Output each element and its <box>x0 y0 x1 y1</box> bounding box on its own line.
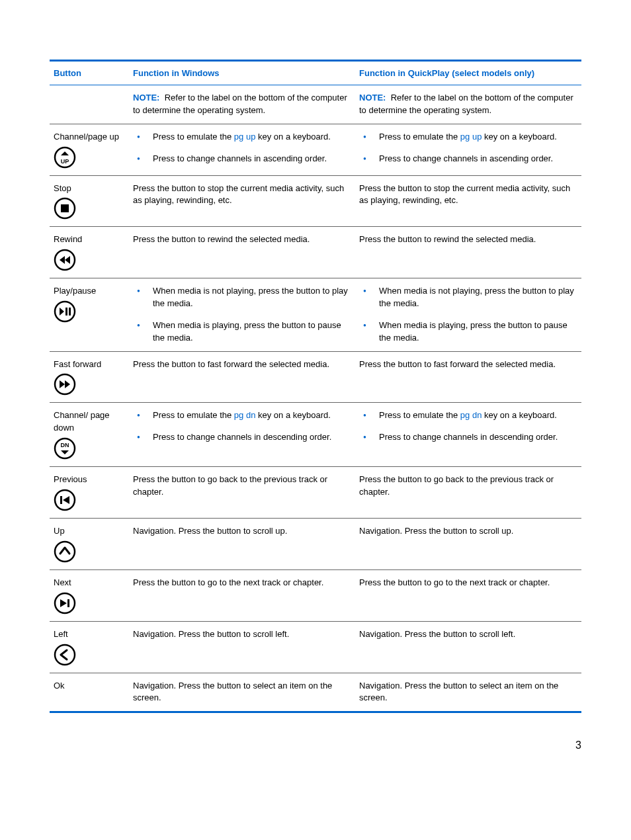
row-play-pause: Play/pause When media is not playing, pr… <box>50 278 581 351</box>
row-stop: Stop Press the button to stop the curren… <box>50 175 581 227</box>
note-text: Refer to the label on the bottom of the … <box>359 93 573 115</box>
note-label: NOTE: <box>133 93 159 103</box>
cell-text: Press the button to fast forward the sel… <box>355 351 581 403</box>
note-label: NOTE: <box>359 93 386 103</box>
svg-point-16 <box>55 645 75 665</box>
svg-rect-15 <box>67 599 69 607</box>
channel-up-icon: UP <box>54 146 125 169</box>
cell-text: Press the button to go to the next track… <box>129 569 355 621</box>
button-label: Previous <box>54 474 125 486</box>
button-label: Channel/page up <box>54 131 125 144</box>
button-label: Fast forward <box>54 358 125 371</box>
row-next: Next Press the button to go to the next … <box>50 569 581 621</box>
row-up: Up Navigation. Press the button to scrol… <box>50 518 581 569</box>
bullet-item: When media is playing, press the button … <box>133 319 351 345</box>
stop-icon <box>54 197 125 220</box>
row-fast-forward: Fast forward Press the button to fast fo… <box>50 351 581 403</box>
cell-text: Navigation. Press the button to select a… <box>129 673 355 712</box>
bullet-item: Press to change channels in ascending or… <box>133 153 351 165</box>
bullet-item: Press to change channels in descending o… <box>133 431 351 444</box>
bullet-item: When media is not playing, press the but… <box>359 285 577 310</box>
bullet-item: Press to emulate the pg dn key on a keyb… <box>359 409 577 422</box>
cell-text: Press the button to stop the current med… <box>355 175 581 227</box>
svg-rect-7 <box>69 308 71 315</box>
previous-icon <box>54 489 125 511</box>
svg-rect-6 <box>65 308 67 315</box>
button-label: Stop <box>54 183 125 195</box>
header-quickplay: Function in QuickPlay (select models onl… <box>355 61 581 85</box>
cell-text: Press the button to go to the next track… <box>355 569 581 621</box>
svg-point-13 <box>55 542 75 562</box>
svg-point-5 <box>55 302 75 321</box>
button-label: Left <box>54 628 125 641</box>
row-left: Left Navigation. Press the button to scr… <box>50 621 581 673</box>
cell-text: Press the button to go back to the previ… <box>129 467 355 519</box>
cell-text: Press the button to rewind the selected … <box>129 227 355 278</box>
row-channel-down: Channel/ page down DN Press to emulate t… <box>50 403 581 467</box>
button-label: Up <box>54 525 125 538</box>
row-ok: Ok Navigation. Press the button to selec… <box>50 673 581 712</box>
table-header-row: Button Function in Windows Function in Q… <box>50 61 581 85</box>
fast-forward-icon <box>54 373 125 396</box>
note-text: Refer to the label on the bottom of the … <box>133 93 347 115</box>
left-arrow-icon <box>54 644 125 666</box>
page-container: Button Function in Windows Function in Q… <box>0 0 631 778</box>
button-label: Ok <box>54 680 125 693</box>
header-windows: Function in Windows <box>129 61 355 85</box>
row-rewind: Rewind Press the button to rewind the se… <box>50 227 581 278</box>
bullet-item: Press to change channels in ascending or… <box>359 153 577 165</box>
bullet-item: Press to emulate the pg dn key on a keyb… <box>133 409 351 422</box>
svg-text:UP: UP <box>61 158 69 165</box>
cell-text: Press the button to fast forward the sel… <box>129 351 355 403</box>
cell-text: Press the button to stop the current med… <box>129 175 355 227</box>
cell-text: Navigation. Press the button to scroll l… <box>355 621 581 673</box>
bullet-item: When media is playing, press the button … <box>359 319 577 345</box>
cell-text: Navigation. Press the button to scroll u… <box>355 518 581 569</box>
button-label: Next <box>54 577 125 589</box>
channel-down-icon: DN <box>54 437 125 460</box>
note-row: NOTE: Refer to the label on the bottom o… <box>50 85 581 124</box>
next-icon <box>54 592 125 614</box>
page-number: 3 <box>50 739 581 751</box>
svg-rect-12 <box>60 496 62 504</box>
button-label: Rewind <box>54 233 125 246</box>
button-label: Channel/ page down <box>54 409 125 435</box>
up-arrow-icon <box>54 540 125 563</box>
bullet-item: Press to emulate the pg up key on a keyb… <box>133 131 351 144</box>
svg-text:DN: DN <box>61 442 69 448</box>
cell-text: Press the button to go back to the previ… <box>355 467 581 519</box>
bullet-item: Press to emulate the pg up key on a keyb… <box>359 131 577 144</box>
button-label: Play/pause <box>54 285 125 298</box>
play-pause-icon <box>54 300 125 323</box>
bullet-item: Press to change channels in descending o… <box>359 431 577 444</box>
cell-text: Navigation. Press the button to scroll u… <box>129 518 355 569</box>
cell-text: Press the button to rewind the selected … <box>355 227 581 278</box>
cell-text: Navigation. Press the button to select a… <box>355 673 581 712</box>
cell-text: Navigation. Press the button to scroll l… <box>129 621 355 673</box>
svg-rect-3 <box>61 204 69 212</box>
bullet-item: When media is not playing, press the but… <box>133 285 351 310</box>
row-channel-up: Channel/page up UP Press to emulate the … <box>50 124 581 175</box>
buttons-reference-table: Button Function in Windows Function in Q… <box>50 60 581 713</box>
header-button: Button <box>50 61 129 85</box>
row-previous: Previous Press the button to go back to … <box>50 467 581 519</box>
rewind-icon <box>54 249 125 271</box>
